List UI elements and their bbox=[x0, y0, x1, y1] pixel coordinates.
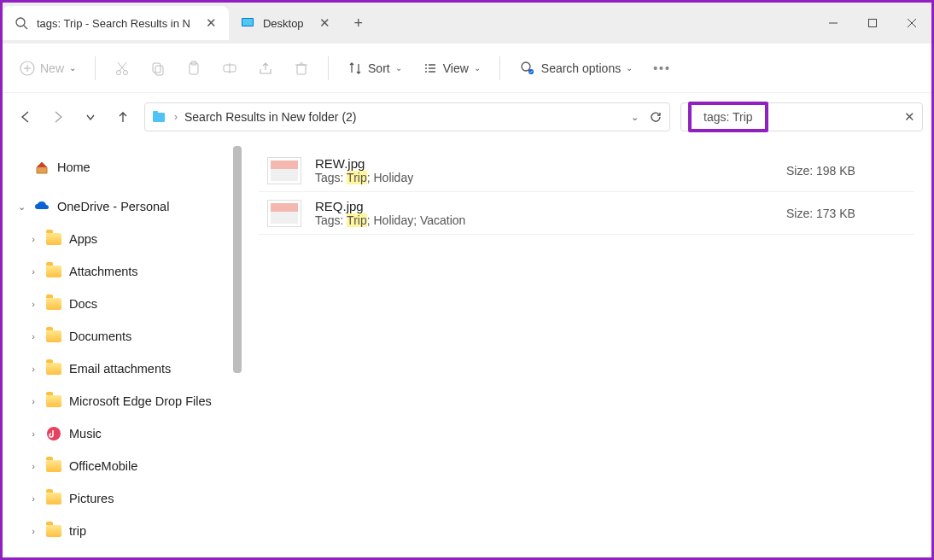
search-box[interactable]: ✕ bbox=[680, 102, 923, 131]
cut-button[interactable] bbox=[106, 53, 138, 84]
folder-icon bbox=[45, 360, 62, 377]
sidebar-item-folder[interactable]: ›trip bbox=[9, 515, 235, 547]
address-bar[interactable]: › Search Results in New folder (2) ⌄ bbox=[144, 102, 670, 131]
svg-rect-21 bbox=[297, 65, 306, 74]
copy-button[interactable] bbox=[142, 53, 174, 84]
chevron-right-icon[interactable]: › bbox=[28, 461, 38, 471]
up-button[interactable] bbox=[108, 102, 137, 131]
chevron-down-icon[interactable]: ⌄ bbox=[16, 201, 26, 213]
paste-button[interactable] bbox=[178, 53, 210, 84]
sidebar-item-home[interactable]: Home bbox=[9, 151, 235, 184]
svg-point-0 bbox=[16, 18, 25, 26]
file-thumbnail bbox=[267, 200, 301, 227]
search-input[interactable] bbox=[698, 107, 758, 127]
close-window-button[interactable] bbox=[892, 3, 931, 44]
chevron-right-icon[interactable]: › bbox=[28, 234, 38, 244]
new-button[interactable]: New ⌄ bbox=[11, 53, 85, 84]
search-options-button[interactable]: Search options ⌄ bbox=[511, 53, 641, 84]
chevron-right-icon: › bbox=[174, 111, 178, 123]
search-options-icon bbox=[519, 60, 536, 77]
plus-circle-icon bbox=[20, 61, 35, 76]
sort-icon bbox=[347, 61, 363, 76]
search-icon bbox=[15, 16, 28, 30]
close-icon[interactable]: ✕ bbox=[206, 15, 217, 31]
forward-button[interactable] bbox=[44, 102, 73, 131]
tab-title: Desktop bbox=[263, 17, 304, 30]
cloud-icon bbox=[33, 198, 50, 215]
folder-icon bbox=[45, 263, 62, 280]
sort-label: Sort bbox=[368, 61, 390, 75]
minimize-button[interactable] bbox=[814, 3, 853, 44]
sidebar-item-onedrive[interactable]: ⌄ OneDrive - Personal bbox=[9, 190, 235, 223]
folder-icon bbox=[45, 522, 62, 540]
toolbar: New ⌄ Sort ⌄ View ⌄ Search options ⌄ ••• bbox=[3, 44, 931, 93]
search-result-row[interactable]: REW.jpgTags: Trip; HolidaySize: 198 KB bbox=[259, 149, 914, 192]
file-size: Size: 173 KB bbox=[786, 207, 906, 220]
chevron-right-icon[interactable]: › bbox=[28, 266, 38, 277]
svg-point-11 bbox=[117, 70, 121, 74]
view-icon bbox=[423, 61, 438, 76]
folder-icon bbox=[45, 458, 62, 475]
sort-button[interactable]: Sort ⌄ bbox=[339, 53, 411, 84]
tab-desktop[interactable]: Desktop ✕ bbox=[229, 6, 342, 40]
sidebar-item-folder[interactable]: ›Pictures bbox=[9, 482, 235, 515]
address-text: Search Results in New folder (2) bbox=[184, 110, 624, 124]
sidebar-item-folder[interactable]: ›Music bbox=[9, 417, 235, 450]
chevron-right-icon[interactable]: › bbox=[28, 364, 38, 374]
chevron-right-icon[interactable]: › bbox=[28, 299, 38, 309]
chevron-down-icon: ⌄ bbox=[626, 63, 633, 73]
main-content: Home ⌄ OneDrive - Personal ›Apps›Attachm… bbox=[3, 141, 931, 559]
svg-rect-16 bbox=[155, 66, 163, 75]
delete-button[interactable] bbox=[285, 53, 318, 84]
sidebar-item-label: Docs bbox=[69, 297, 97, 311]
refresh-button[interactable] bbox=[649, 110, 663, 124]
svg-line-1 bbox=[24, 26, 27, 29]
sidebar-item-folder[interactable]: ›Docs bbox=[9, 288, 235, 320]
home-icon bbox=[33, 159, 50, 176]
sidebar-item-label: Music bbox=[69, 427, 102, 440]
svg-point-35 bbox=[47, 427, 61, 440]
chevron-down-icon[interactable]: ⌄ bbox=[631, 112, 639, 123]
back-button[interactable] bbox=[11, 102, 40, 131]
svg-rect-5 bbox=[869, 20, 877, 27]
folder-icon bbox=[45, 425, 62, 442]
chevron-right-icon[interactable]: › bbox=[28, 331, 38, 341]
chevron-right-icon[interactable]: › bbox=[28, 396, 38, 406]
more-button[interactable]: ••• bbox=[645, 53, 680, 84]
sidebar-item-label: Pictures bbox=[69, 492, 114, 505]
maximize-button[interactable] bbox=[853, 3, 892, 44]
chevron-right-icon[interactable]: › bbox=[28, 526, 38, 536]
chevron-right-icon[interactable]: › bbox=[28, 429, 38, 439]
sidebar-item-folder[interactable]: ›OfficeMobile bbox=[9, 450, 235, 482]
chevron-down-icon: ⌄ bbox=[395, 63, 402, 73]
folder-icon bbox=[45, 295, 62, 312]
rename-button[interactable] bbox=[213, 53, 246, 84]
folder-search-icon bbox=[152, 109, 167, 125]
share-button[interactable] bbox=[249, 53, 282, 84]
file-tags: Tags: Trip; Holiday; Vacation bbox=[315, 213, 773, 227]
sidebar-item-folder[interactable]: ›Documents bbox=[9, 320, 235, 353]
add-tab-button[interactable]: + bbox=[342, 15, 376, 32]
sidebar-item-label: OfficeMobile bbox=[69, 459, 137, 473]
sidebar-item-folder[interactable]: ›Attachments bbox=[9, 255, 235, 288]
desktop-icon bbox=[241, 16, 254, 30]
scrollbar-thumb[interactable] bbox=[233, 146, 242, 373]
close-icon[interactable]: ✕ bbox=[319, 15, 330, 31]
sidebar-item-folder[interactable]: ›Microsoft Edge Drop Files bbox=[9, 385, 235, 417]
sidebar-item-folder[interactable]: ›Email attachments bbox=[9, 353, 235, 385]
view-label: View bbox=[443, 61, 469, 75]
clear-search-button[interactable]: ✕ bbox=[904, 109, 915, 125]
sidebar-item-label: OneDrive - Personal bbox=[57, 200, 169, 213]
new-label: New bbox=[40, 61, 64, 75]
recent-button[interactable] bbox=[76, 102, 105, 131]
rename-icon bbox=[222, 61, 237, 76]
tab-title: tags: Trip - Search Results in N bbox=[37, 17, 190, 30]
share-icon bbox=[258, 61, 273, 76]
sidebar-item-label: Documents bbox=[69, 330, 131, 343]
search-result-row[interactable]: REQ.jpgTags: Trip; Holiday; VacationSize… bbox=[259, 192, 914, 235]
view-button[interactable]: View ⌄ bbox=[414, 53, 489, 84]
tab-search-results[interactable]: tags: Trip - Search Results in N ✕ bbox=[3, 6, 229, 40]
chevron-right-icon[interactable]: › bbox=[28, 493, 38, 504]
sidebar-item-folder[interactable]: ›Apps bbox=[9, 223, 235, 255]
file-tags: Tags: Trip; Holiday bbox=[315, 171, 773, 184]
